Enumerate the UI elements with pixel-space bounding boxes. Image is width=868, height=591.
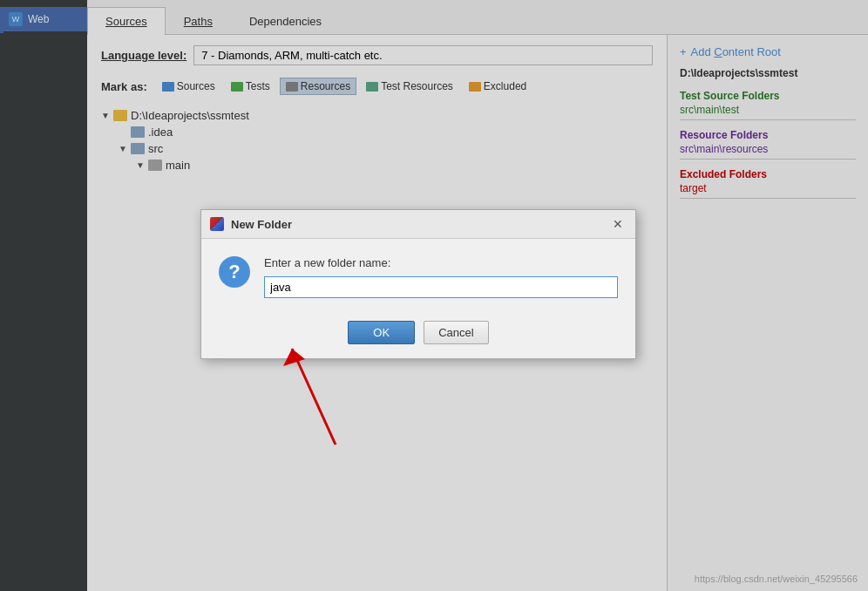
dialog-buttons: OK Cancel (201, 312, 635, 358)
question-icon: ? (219, 256, 250, 288)
dialog-title: New Folder (210, 217, 292, 231)
dialog-app-icon (210, 217, 224, 231)
dialog-titlebar: New Folder ✕ (201, 210, 635, 239)
folder-name-input[interactable] (264, 276, 618, 298)
dialog-close-button[interactable]: ✕ (609, 215, 627, 233)
new-folder-dialog: New Folder ✕ ? Enter a new folder name: … (200, 209, 636, 359)
dialog-body: ? Enter a new folder name: (201, 239, 635, 312)
cancel-button[interactable]: Cancel (424, 321, 488, 344)
dialog-prompt: Enter a new folder name: (264, 256, 618, 269)
dialog-title-label: New Folder (231, 218, 292, 231)
ok-button[interactable]: OK (348, 321, 415, 344)
dialog-content: Enter a new folder name: (264, 256, 618, 298)
